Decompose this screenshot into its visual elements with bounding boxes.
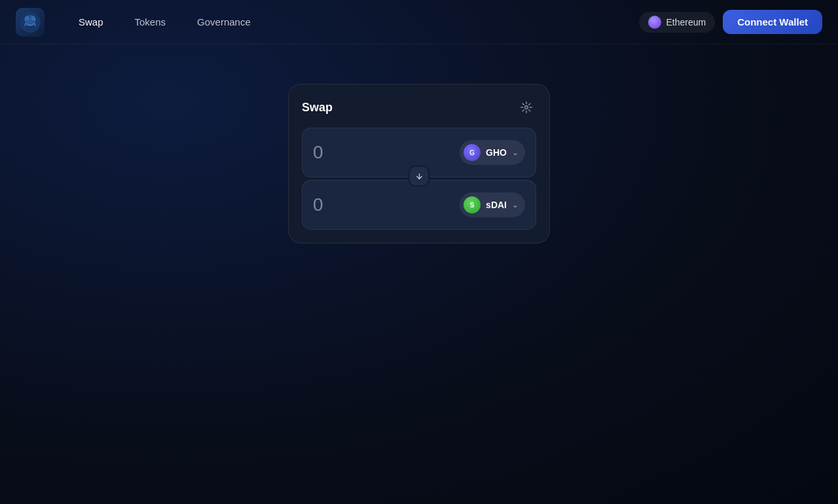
svg-rect-7 [34,23,36,26]
from-token-label: GHO [486,147,507,158]
to-token-box: 0 S sDAI ⌄ [302,180,536,230]
sdai-token-icon: S [464,196,481,213]
navbar: Swap Tokens Governance Ethereum Connect … [0,0,838,45]
swap-title: Swap [302,101,333,115]
swap-card: Swap 0 G GHO ⌄ [288,84,550,243]
nav-item-tokens[interactable]: Tokens [122,11,179,33]
network-name: Ethereum [666,17,706,27]
svg-point-8 [525,106,528,109]
from-amount[interactable]: 0 [313,142,323,163]
network-icon [648,16,661,29]
svg-rect-6 [24,23,26,26]
nav-item-governance[interactable]: Governance [184,11,264,33]
swap-direction-button[interactable] [409,166,429,187]
nav-right: Ethereum Connect Wallet [639,10,823,34]
svg-point-5 [33,17,34,18]
to-token-selector[interactable]: S sDAI ⌄ [460,192,525,217]
app-logo[interactable] [16,8,45,37]
to-amount[interactable]: 0 [313,194,323,215]
from-token-chevron-icon: ⌄ [512,148,519,157]
from-token-selector[interactable]: G GHO ⌄ [460,140,525,165]
gho-token-icon: G [464,144,481,161]
connect-wallet-button[interactable]: Connect Wallet [723,10,822,34]
settings-button[interactable] [517,98,536,117]
to-token-label: sDAI [486,200,507,210]
network-selector[interactable]: Ethereum [639,12,716,33]
swap-header: Swap [302,98,536,117]
main-content: Swap 0 G GHO ⌄ [0,45,838,243]
svg-point-4 [26,17,27,18]
nav-links: Swap Tokens Governance [65,11,639,33]
swap-arrow-icon [415,172,424,181]
nav-item-swap[interactable]: Swap [65,11,117,33]
to-token-chevron-icon: ⌄ [512,200,519,209]
